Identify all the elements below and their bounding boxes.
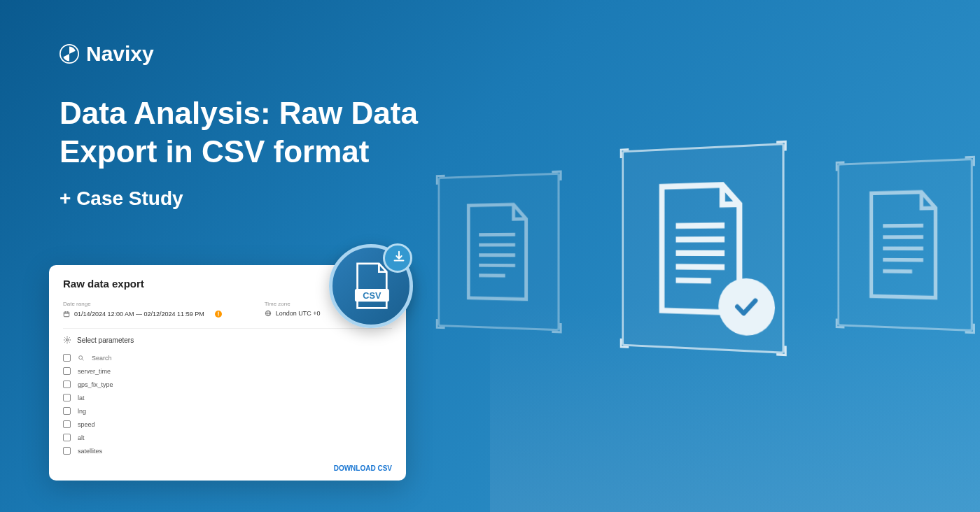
select-all-checkbox[interactable] — [63, 354, 71, 362]
svg-line-10 — [883, 226, 923, 227]
download-icon — [391, 249, 407, 264]
param-label: gps_fix_type — [78, 381, 113, 388]
raw-data-export-panel: CSV Raw data export Date range 01/14/202… — [49, 265, 406, 481]
checkmark-icon — [731, 291, 762, 323]
param-row: lat — [63, 391, 392, 404]
params-header-label: Select parameters — [77, 336, 134, 344]
param-label: lat — [78, 394, 85, 401]
param-checkbox-lng[interactable] — [63, 407, 71, 415]
param-row: alt — [63, 431, 392, 444]
select-parameters-header: Select parameters — [63, 336, 392, 344]
svg-line-14 — [883, 271, 912, 272]
param-checkbox-gps-fix-type[interactable] — [63, 381, 71, 388]
navixy-logo-icon — [59, 44, 79, 64]
param-checkbox-alt[interactable] — [63, 434, 71, 441]
title-line-1: Data Analysis: Raw Data — [59, 96, 418, 130]
param-row: lng — [63, 404, 392, 418]
search-input[interactable] — [92, 355, 170, 362]
param-label: server_time — [78, 368, 111, 375]
document-card-1 — [438, 173, 560, 332]
document-card-2-main — [622, 143, 784, 354]
globe-icon — [265, 310, 272, 317]
page-subtitle: + Case Study — [59, 187, 418, 210]
param-label: lng — [78, 408, 86, 415]
title-line-2: Export in CSV format — [59, 134, 370, 169]
param-row: speed — [63, 418, 392, 431]
param-checkbox-satellites[interactable] — [63, 447, 71, 455]
hero-header: Navixy Data Analysis: Raw Data Export in… — [59, 42, 418, 210]
svg-line-30 — [82, 359, 83, 360]
checkmark-badge — [718, 278, 775, 336]
date-range-value: 01/14/2024 12:00 AM — 02/12/2024 11:59 P… — [74, 311, 204, 318]
brand-name: Navixy — [86, 42, 154, 66]
svg-rect-18 — [64, 312, 69, 317]
date-range-field[interactable]: Date range 01/14/2024 12:00 AM — 02/12/2… — [63, 301, 223, 318]
timezone-value: London UTC +0 — [276, 310, 321, 317]
csv-badge: CSV — [329, 244, 413, 328]
warning-icon — [214, 310, 223, 318]
svg-point-28 — [66, 339, 69, 341]
svg-point-29 — [79, 355, 83, 359]
document-icon — [858, 186, 950, 303]
background-documents-graphic — [420, 0, 980, 512]
param-checkbox-speed[interactable] — [63, 420, 71, 428]
search-icon — [78, 355, 85, 362]
search-parameters-row — [63, 351, 392, 364]
param-label: speed — [78, 421, 95, 428]
timezone-field[interactable]: Time zone London UTC +0 — [265, 301, 321, 318]
page-title: Data Analysis: Raw Data Export in CSV fo… — [59, 94, 418, 171]
param-label: alt — [78, 434, 85, 441]
param-checkbox-lat[interactable] — [63, 394, 71, 401]
param-row: server_time — [63, 364, 392, 378]
svg-line-5 — [676, 225, 725, 226]
download-csv-button[interactable]: DOWNLOAD CSV — [334, 464, 392, 472]
timezone-label: Time zone — [265, 301, 321, 307]
document-icon — [456, 199, 539, 306]
svg-line-8 — [676, 266, 725, 267]
svg-line-9 — [676, 280, 711, 280]
gear-icon — [63, 336, 71, 344]
svg-text:CSV: CSV — [363, 291, 382, 301]
csv-file-icon: CSV — [352, 262, 391, 310]
document-card-3 — [837, 158, 972, 332]
param-label: satellites — [78, 448, 102, 455]
param-row: gps_fix_type — [63, 378, 392, 391]
svg-point-24 — [218, 315, 219, 317]
date-range-label: Date range — [63, 301, 223, 307]
divider — [63, 328, 392, 329]
param-row: satellites — [63, 444, 392, 457]
param-checkbox-server-time[interactable] — [63, 367, 71, 375]
calendar-icon — [63, 311, 70, 318]
brand-logo: Navixy — [59, 42, 418, 66]
